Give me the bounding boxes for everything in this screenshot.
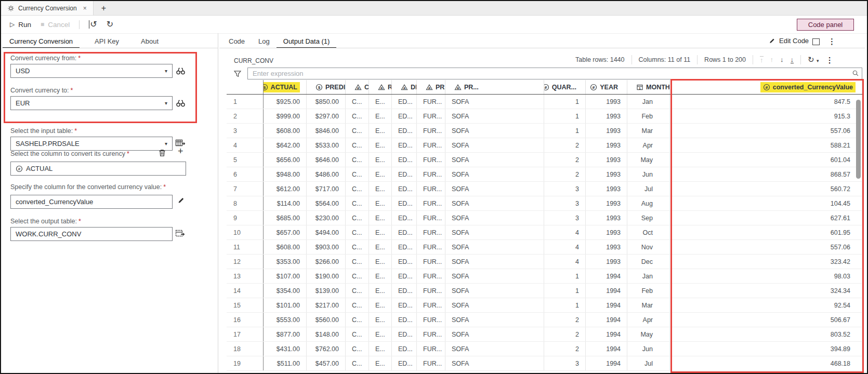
svg-text:$: $ (264, 85, 266, 90)
column-header-PREDI...[interactable]: $PREDI... (307, 80, 346, 94)
tab-api-key[interactable]: API Key (88, 35, 126, 48)
cell-C: C... (346, 182, 369, 196)
convert-from-field: Convert currency from:* USD ▾ (10, 55, 173, 78)
column-header-QUAR...[interactable]: #QUAR... (544, 80, 586, 94)
refresh-table-button[interactable]: ↻ ▾ (808, 56, 819, 64)
filter-funnel-icon[interactable] (233, 70, 242, 78)
code-panel-button[interactable]: Code panel (797, 19, 854, 31)
table-row[interactable]: 17$877.00$148.00C...E...ED...FUR...SOFA2… (227, 327, 862, 342)
cell-MONTH: Jan (627, 269, 670, 283)
table-row[interactable]: 12$353.00$266.00C...E...ED...FUR...SOFA4… (227, 255, 862, 269)
filter-expression-input[interactable] (247, 68, 862, 79)
new-tab-button[interactable]: + (94, 1, 114, 15)
cell-PR...: SOFA (445, 196, 544, 210)
table-row[interactable]: 6$948.00$486.00C...E...ED...FUR...SOFA21… (227, 167, 862, 182)
tab-log[interactable]: Log (252, 35, 277, 48)
table-row[interactable]: 16$553.00$560.00C...E...ED...FUR...SOFA2… (227, 313, 862, 327)
vertical-scrollbar-thumb[interactable] (856, 100, 861, 179)
close-tab-icon[interactable]: × (83, 5, 87, 12)
column-header-PR..[interactable]: APR.. (417, 80, 445, 94)
column-header-DI.[interactable]: ADI. (392, 80, 417, 94)
column-header-PR...[interactable]: APR... (445, 80, 544, 94)
cell-QUAR...: 3 (544, 196, 586, 210)
document-tab-currency-conversion[interactable]: Currency Conversion × (1, 1, 94, 15)
cell-MONTH: May (627, 153, 670, 167)
row-number: 14 (227, 284, 264, 298)
run-button[interactable]: ▷ Run (10, 21, 31, 29)
row-number-header (227, 80, 264, 94)
cell-C: C... (346, 95, 369, 109)
refresh-icon[interactable]: ↻ (107, 20, 113, 29)
table-row[interactable]: 18$431.00$762.00C...E...ED...FUR...SOFA2… (227, 342, 862, 356)
table-row[interactable]: 5$656.00$646.00C...E...ED...FUR...SOFA21… (227, 153, 862, 167)
add-column-icon[interactable]: + (178, 146, 183, 156)
cell-ACTUAL: $925.00 (264, 95, 307, 109)
column-header-converted_CurrencyValue[interactable]: #converted_CurrencyValue (670, 80, 862, 94)
document-tab-title: Currency Conversion (18, 5, 77, 12)
table-row[interactable]: 8$114.00$564.00C...E...ED...FUR...SOFA31… (227, 196, 862, 211)
panel-menu-icon[interactable]: ⋮ (828, 37, 836, 45)
table-row[interactable]: 11$608.00$903.00C...E...ED...FUR...SOFA4… (227, 240, 862, 255)
svg-text:1: 1 (639, 86, 641, 89)
output-table-icon[interactable] (175, 229, 186, 238)
table-menu-icon[interactable]: ⋮ (826, 56, 834, 64)
column-header-ACTUAL[interactable]: $ACTUAL (264, 80, 307, 94)
input-table-select[interactable]: SASHELP.PRDSALE ▾ (10, 137, 173, 151)
table-row[interactable]: 15$101.00$217.00C...E...ED...FUR...SOFA1… (227, 298, 862, 313)
go-to-first-rows-icon[interactable]: ↑ (760, 56, 764, 64)
cell-YEAR: 1993 (586, 95, 627, 109)
trash-icon[interactable] (158, 149, 166, 157)
cell-DI.: ED... (392, 182, 417, 196)
table-row[interactable]: 13$107.00$190.00C...E...ED...FUR...SOFA1… (227, 269, 862, 284)
tab-about[interactable]: About (134, 35, 165, 48)
table-row[interactable]: 19$511.00$457.00C...E...ED...FUR...SOFA3… (227, 356, 862, 371)
cell-QUAR...: 2 (544, 167, 586, 181)
cell-PR...: SOFA (445, 342, 544, 356)
convert-to-select[interactable]: EUR ▾ (10, 96, 173, 110)
table-row[interactable]: 7$612.00$717.00C...E...ED...FUR...SOFA31… (227, 182, 862, 196)
reset-icon[interactable]: ↺ (89, 20, 97, 29)
convert-from-select[interactable]: USD ▾ (10, 64, 173, 78)
svg-text:#: # (18, 167, 21, 171)
cell-PR..: FUR... (417, 109, 445, 123)
table-row[interactable]: 10$657.00$494.00C...E...ED...FUR...SOFA4… (227, 225, 862, 240)
column-header-YEAR[interactable]: #YEAR (586, 80, 627, 94)
next-rows-icon[interactable]: ↓ (780, 56, 784, 63)
rows-range: Rows 1 to 200 (704, 56, 746, 63)
search-icon[interactable] (852, 70, 859, 77)
cell-PR...: SOFA (445, 138, 544, 152)
table-row[interactable]: 9$685.00$230.00C...E...ED...FUR...SOFA31… (227, 211, 862, 225)
cell-PR...: SOFA (445, 109, 544, 123)
table-row[interactable]: 2$999.00$297.00C...E...ED...FUR...SOFA11… (227, 109, 862, 124)
pencil-icon[interactable] (177, 196, 185, 204)
maximize-icon[interactable] (812, 38, 820, 45)
cell-MONTH: Apr (627, 138, 670, 152)
go-to-last-rows-icon[interactable]: ↓ (791, 56, 794, 64)
table-row[interactable]: 1$925.00$850.00C...E...ED...FUR...SOFA11… (227, 95, 862, 109)
tab-output-data[interactable]: Output Data (1) (277, 35, 337, 48)
column-header-MONTH[interactable]: 1MONTH (627, 80, 670, 94)
cell-YEAR: 1993 (586, 167, 627, 181)
cell-ACTUAL: $877.00 (264, 327, 307, 341)
cancel-button[interactable]: ■ Cancel (41, 21, 70, 29)
previous-rows-icon[interactable]: ↑ (770, 56, 774, 63)
convert-to-field: Convert currency to:* EUR ▾ (10, 87, 173, 110)
table-row[interactable]: 4$642.00$533.00C...E...ED...FUR...SOFA21… (227, 138, 862, 153)
right-panel-tabs: Code Log Output Data (1) (222, 35, 336, 48)
converted-column-input[interactable]: converted_CurrencyValue (10, 195, 173, 209)
binoculars-icon[interactable] (176, 99, 186, 108)
tab-currency-conversion[interactable]: Currency Conversion (3, 35, 80, 48)
column-header-C[interactable]: AC (346, 80, 369, 94)
row-number: 9 (227, 211, 264, 225)
table-row[interactable]: 3$608.00$846.00C...E...ED...FUR...SOFA11… (227, 124, 862, 138)
tab-code[interactable]: Code (222, 35, 252, 48)
cell-PREDI...: $266.00 (307, 255, 346, 269)
edit-code-button[interactable]: Edit Code (769, 37, 809, 45)
svg-text:#: # (592, 85, 595, 89)
binoculars-icon[interactable] (176, 66, 186, 75)
row-number: 8 (227, 196, 264, 210)
convert-column-box[interactable]: # ACTUAL (10, 162, 186, 176)
column-header-R[interactable]: AR (369, 80, 392, 94)
output-table-input[interactable]: WORK.CURR_CONV (10, 227, 173, 241)
table-row[interactable]: 14$354.00$139.00C...E...ED...FUR...SOFA1… (227, 284, 862, 298)
